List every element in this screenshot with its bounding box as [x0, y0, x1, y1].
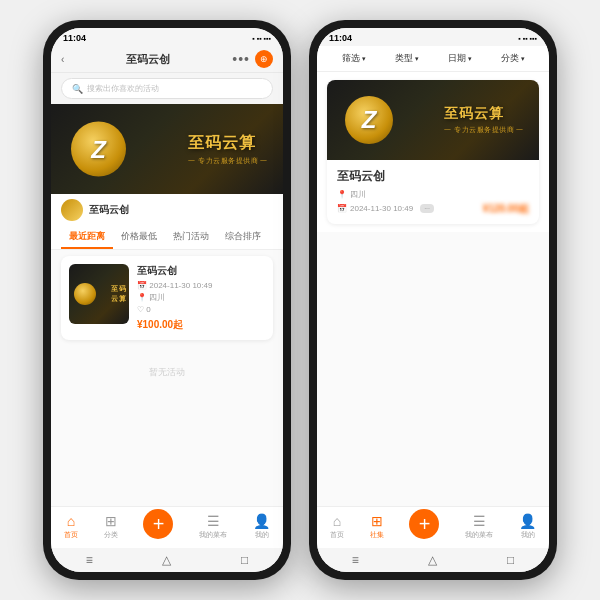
- right-nav-profile[interactable]: 👤 我的: [519, 513, 536, 540]
- left-system-bar: ≡ △ □: [51, 548, 283, 572]
- left-tab-3[interactable]: 综合排序: [217, 226, 269, 249]
- left-search-bar: 🔍 搜索出你喜欢的活动: [51, 73, 283, 104]
- left-nav-icon[interactable]: ⊕: [255, 50, 273, 68]
- menu-icon: ☰: [207, 513, 220, 529]
- right-banner-logo-text: Z: [362, 106, 377, 134]
- left-nav-menu-label: 我的菜布: [199, 530, 227, 540]
- right-detail-card[interactable]: Z 至码云算 一 专力云服务提供商 一 至码云创 📍 四川: [327, 80, 539, 224]
- home-icon: ⌂: [67, 513, 75, 529]
- right-status-icons: ▪ ▪▪ ▪▪▪: [518, 35, 537, 42]
- right-filter-btn-0[interactable]: 筛选 ▾: [342, 52, 366, 65]
- right-detail-location: 📍 四川: [337, 189, 529, 200]
- right-sys-menu[interactable]: ≡: [352, 553, 359, 567]
- right-filter-btn-1[interactable]: 类型 ▾: [395, 52, 419, 65]
- add-icon: +: [153, 514, 165, 534]
- left-content: 至码云算 至码云创 📅 2024-11-30 10:49 📍 四川 ♡ 0: [51, 250, 283, 506]
- right-filter-btn-3[interactable]: 分类 ▾: [501, 52, 525, 65]
- right-nav-menu[interactable]: ☰ 我的菜布: [465, 513, 493, 540]
- right-content-spacer: [317, 232, 549, 506]
- left-nav-title: 至码云创: [126, 52, 170, 67]
- left-time: 11:04: [63, 33, 86, 43]
- left-nav-add[interactable]: +: [143, 509, 173, 539]
- phones-container: 11:04 ▪ ▪▪ ▪▪▪ ‹ 至码云创 ••• ⊕ 🔍: [0, 0, 600, 600]
- right-filter-btn-2[interactable]: 日期 ▾: [448, 52, 472, 65]
- right-nav-category-label: 社集: [370, 530, 384, 540]
- right-banner-title: 至码云算: [444, 105, 524, 123]
- left-nav-category-label: 分类: [104, 530, 118, 540]
- left-card-logo: [74, 283, 96, 305]
- left-bottom-nav: ⌂ 首页 ⊞ 分类 + ☰ 我的菜布 👤 我的: [51, 506, 283, 548]
- left-sys-back[interactable]: □: [241, 553, 248, 567]
- left-card-img-text: 至码云算: [111, 284, 126, 304]
- right-sys-back[interactable]: □: [507, 553, 514, 567]
- category-icon: ⊞: [105, 513, 117, 529]
- left-top-nav: ‹ 至码云创 ••• ⊕: [51, 46, 283, 73]
- left-card-date: 📅 2024-11-30 10:49: [137, 281, 265, 290]
- right-filter-row: 筛选 ▾ 类型 ▾ 日期 ▾ 分类 ▾: [317, 46, 549, 72]
- left-nav-menu[interactable]: ☰ 我的菜布: [199, 513, 227, 540]
- left-phone: 11:04 ▪ ▪▪ ▪▪▪ ‹ 至码云创 ••• ⊕ 🔍: [43, 20, 291, 580]
- search-icon: 🔍: [72, 84, 83, 94]
- left-sys-home[interactable]: △: [162, 553, 171, 567]
- right-nav-home-label: 首页: [330, 530, 344, 540]
- right-detail-title: 至码云创: [337, 168, 529, 185]
- left-activity-card-0[interactable]: 至码云算 至码云创 📅 2024-11-30 10:49 📍 四川 ♡ 0: [61, 256, 273, 340]
- left-card-price: ¥100.00起: [137, 318, 265, 332]
- left-card-info: 至码云创 📅 2024-11-30 10:49 📍 四川 ♡ 0 ¥100.00…: [137, 264, 265, 332]
- left-banner-title: 至码云算: [188, 133, 268, 154]
- left-filter-tabs: 最近距离 价格最低 热门活动 综合排序: [51, 226, 283, 250]
- left-more-btn[interactable]: •••: [232, 51, 250, 67]
- left-card-image: 至码云算: [69, 264, 129, 324]
- right-detail-row: 📅 2024-11-30 10:49 ··· ¥120.00起: [337, 202, 529, 216]
- left-nav-category[interactable]: ⊞ 分类: [104, 513, 118, 540]
- right-sys-home[interactable]: △: [428, 553, 437, 567]
- right-profile-icon: 👤: [519, 513, 536, 529]
- left-card-likes: ♡ 0: [137, 305, 265, 314]
- right-nav-add[interactable]: +: [409, 509, 439, 539]
- left-profile-name: 至码云创: [89, 203, 129, 217]
- left-nav-profile[interactable]: 👤 我的: [253, 513, 270, 540]
- right-detail-price: ¥120.00起: [483, 202, 529, 216]
- left-search-placeholder: 搜索出你喜欢的活动: [87, 83, 159, 94]
- left-card-title: 至码云创: [137, 264, 265, 278]
- right-detail-date: 📅 2024-11-30 10:49 ···: [337, 204, 434, 213]
- left-nav-home-label: 首页: [64, 530, 78, 540]
- left-tab-0[interactable]: 最近距离: [61, 226, 113, 249]
- right-nav-menu-label: 我的菜布: [465, 530, 493, 540]
- right-bottom-nav: ⌂ 首页 ⊞ 社集 + ☰ 我的菜布 👤 我的: [317, 506, 549, 548]
- left-banner: Z 至码云算 一 专力云服务提供商 一: [51, 104, 283, 194]
- left-card-location: 📍 四川: [137, 292, 265, 303]
- left-banner-logo-text: Z: [91, 135, 106, 163]
- left-nav-home[interactable]: ⌂ 首页: [64, 513, 78, 540]
- profile-icon: 👤: [253, 513, 270, 529]
- right-time: 11:04: [329, 33, 352, 43]
- right-detail-info: 至码云创 📍 四川 📅 2024-11-30 10:49 ··· ¥120.00…: [327, 160, 539, 224]
- right-detail-banner: Z 至码云算 一 专力云服务提供商 一: [327, 80, 539, 160]
- right-banner-logo: Z: [345, 96, 393, 144]
- right-add-icon: +: [419, 514, 431, 534]
- right-menu-icon: ☰: [473, 513, 486, 529]
- right-nav-category[interactable]: ⊞ 社集: [370, 513, 384, 540]
- right-status-bar: 11:04 ▪ ▪▪ ▪▪▪: [317, 28, 549, 46]
- right-category-icon: ⊞: [371, 513, 383, 529]
- left-sys-menu[interactable]: ≡: [86, 553, 93, 567]
- left-tab-2[interactable]: 热门活动: [165, 226, 217, 249]
- left-status-icons: ▪ ▪▪ ▪▪▪: [252, 35, 271, 42]
- left-banner-subtitle: 一 专力云服务提供商 一: [188, 156, 268, 166]
- left-banner-logo: Z: [71, 122, 126, 177]
- right-system-bar: ≡ △ □: [317, 548, 549, 572]
- right-phone: 11:04 ▪ ▪▪ ▪▪▪ 筛选 ▾ 类型 ▾ 日期 ▾: [309, 20, 557, 580]
- right-home-icon: ⌂: [333, 513, 341, 529]
- left-avatar: [61, 199, 83, 221]
- right-nav-profile-label: 我的: [521, 530, 535, 540]
- right-banner-text: 至码云算 一 专力云服务提供商 一: [444, 105, 524, 135]
- right-nav-home[interactable]: ⌂ 首页: [330, 513, 344, 540]
- left-status-bar: 11:04 ▪ ▪▪ ▪▪▪: [51, 28, 283, 46]
- left-search-input[interactable]: 🔍 搜索出你喜欢的活动: [61, 78, 273, 99]
- right-banner-subtitle: 一 专力云服务提供商 一: [444, 125, 524, 135]
- left-banner-text: 至码云算 一 专力云服务提供商 一: [188, 133, 268, 166]
- left-nav-profile-label: 我的: [255, 530, 269, 540]
- left-back-icon[interactable]: ‹: [61, 54, 64, 65]
- left-tab-1[interactable]: 价格最低: [113, 226, 165, 249]
- left-no-activity: 暂无活动: [51, 346, 283, 399]
